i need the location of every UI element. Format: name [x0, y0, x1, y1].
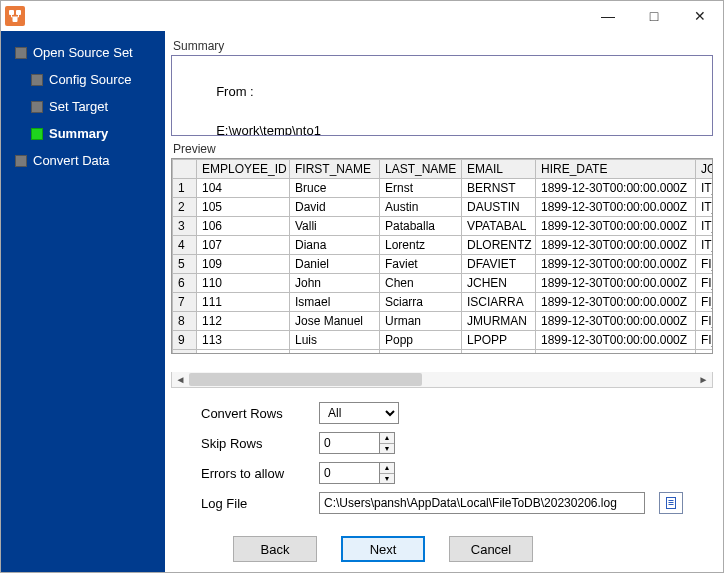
col-hire-date[interactable]: HIRE_DATE: [536, 160, 696, 179]
rownum-cell: 5: [173, 255, 197, 274]
cell-employee-id: 113: [197, 331, 290, 350]
sidebar-item-open-source-set[interactable]: Open Source Set: [1, 39, 165, 66]
table-row[interactable]: 7111IsmaelSciarraISCIARRA1899-12-30T00:0…: [173, 293, 714, 312]
table-row[interactable]: 9113LuisPoppLPOPP1899-12-30T00:00:00.000…: [173, 331, 714, 350]
cell-email: ISCIARRA: [462, 293, 536, 312]
sidebar-item-label: Open Source Set: [33, 45, 133, 60]
cell-first-name: Valli: [290, 217, 380, 236]
sidebar-item-set-target[interactable]: Set Target: [1, 93, 165, 120]
cell-first-name: Bruce: [290, 179, 380, 198]
cell-last-name: Pataballa: [380, 217, 462, 236]
cell-hire-date: 1899-12-30T00:00:00.000Z: [536, 331, 696, 350]
errors-allow-input[interactable]: [319, 462, 379, 484]
summary-box: From : E:\work\temp\nto1 To : DB: Table:…: [171, 55, 713, 136]
horizontal-scrollbar[interactable]: ◄ ►: [171, 372, 713, 388]
scroll-thumb[interactable]: [189, 373, 422, 386]
cell-first-name: John: [290, 274, 380, 293]
spin-up-icon[interactable]: ▲: [380, 433, 394, 444]
rownum-header: [173, 160, 197, 179]
skip-rows-stepper[interactable]: ▲▼: [319, 432, 395, 454]
col-last-name[interactable]: LAST_NAME: [380, 160, 462, 179]
rownum-cell: 4: [173, 236, 197, 255]
app-window: — □ ✕ Open Source Set Config Source Set …: [0, 0, 724, 573]
cell-last-name: Ernst: [380, 179, 462, 198]
cell-first-name: Daniel: [290, 255, 380, 274]
table-row[interactable]: 10115AlexanderKhooAKHOO1899-12-30T00:00:…: [173, 350, 714, 354]
cell-email: BERNST: [462, 179, 536, 198]
cell-employee-id: 111: [197, 293, 290, 312]
col-job[interactable]: JO: [696, 160, 714, 179]
table-row[interactable]: 6110JohnChenJCHEN1899-12-30T00:00:00.000…: [173, 274, 714, 293]
logfile-input[interactable]: [319, 492, 645, 514]
table-row[interactable]: 4107DianaLorentzDLORENTZ1899-12-30T00:00…: [173, 236, 714, 255]
sidebar-item-config-source[interactable]: Config Source: [1, 66, 165, 93]
cell-email: DAUSTIN: [462, 198, 536, 217]
next-button[interactable]: Next: [341, 536, 425, 562]
wizard-sidebar: Open Source Set Config Source Set Target…: [1, 31, 165, 572]
logfile-label: Log File: [201, 496, 309, 511]
table-row[interactable]: 2105DavidAustinDAUSTIN1899-12-30T00:00:0…: [173, 198, 714, 217]
cell-hire-date: 1899-12-30T00:00:00.000Z: [536, 274, 696, 293]
scroll-track[interactable]: [189, 372, 695, 387]
spin-down-icon[interactable]: ▼: [380, 444, 394, 454]
cell-employee-id: 107: [197, 236, 290, 255]
skip-rows-input[interactable]: [319, 432, 379, 454]
svg-rect-1: [16, 10, 21, 15]
rownum-cell: 3: [173, 217, 197, 236]
sidebar-item-summary[interactable]: Summary: [1, 120, 165, 147]
browse-logfile-button[interactable]: [659, 492, 683, 514]
cancel-button[interactable]: Cancel: [449, 536, 533, 562]
table-row[interactable]: 5109DanielFavietDFAVIET1899-12-30T00:00:…: [173, 255, 714, 274]
cell-job: IT_: [696, 198, 714, 217]
wizard-button-bar: Back Next Cancel: [171, 522, 713, 562]
errors-allow-stepper[interactable]: ▲▼: [319, 462, 395, 484]
cell-email: VPATABAL: [462, 217, 536, 236]
app-icon: [5, 6, 25, 26]
maximize-button[interactable]: □: [631, 1, 677, 31]
cell-employee-id: 109: [197, 255, 290, 274]
spin-down-icon[interactable]: ▼: [380, 474, 394, 484]
rownum-cell: 10: [173, 350, 197, 354]
cell-first-name: David: [290, 198, 380, 217]
minimize-button[interactable]: —: [585, 1, 631, 31]
step-box-icon: [31, 128, 43, 140]
scroll-right-icon[interactable]: ►: [695, 372, 712, 387]
main-panel: Summary From : E:\work\temp\nto1 To : DB…: [165, 31, 723, 572]
table-row[interactable]: 3106ValliPataballaVPATABAL1899-12-30T00:…: [173, 217, 714, 236]
cell-job: FI_: [696, 331, 714, 350]
skip-rows-label: Skip Rows: [201, 436, 309, 451]
svg-rect-0: [9, 10, 14, 15]
col-email[interactable]: EMAIL: [462, 160, 536, 179]
cell-job: IT_: [696, 217, 714, 236]
sidebar-item-label: Set Target: [49, 99, 108, 114]
preview-grid[interactable]: EMPLOYEE_ID FIRST_NAME LAST_NAME EMAIL H…: [171, 158, 713, 354]
close-button[interactable]: ✕: [677, 1, 723, 31]
table-row[interactable]: 1104BruceErnstBERNST1899-12-30T00:00:00.…: [173, 179, 714, 198]
spin-up-icon[interactable]: ▲: [380, 463, 394, 474]
step-box-icon: [15, 155, 27, 167]
cell-hire-date: 1899-12-30T00:00:00.000Z: [536, 312, 696, 331]
back-button[interactable]: Back: [233, 536, 317, 562]
table-row[interactable]: 8112Jose ManuelUrmanJMURMAN1899-12-30T00…: [173, 312, 714, 331]
col-first-name[interactable]: FIRST_NAME: [290, 160, 380, 179]
cell-last-name: Lorentz: [380, 236, 462, 255]
titlebar: — □ ✕: [1, 1, 723, 31]
col-employee-id[interactable]: EMPLOYEE_ID: [197, 160, 290, 179]
cell-last-name: Popp: [380, 331, 462, 350]
convert-rows-select[interactable]: All: [319, 402, 399, 424]
sidebar-item-label: Convert Data: [33, 153, 110, 168]
cell-hire-date: 1899-12-30T00:00:00.000Z: [536, 236, 696, 255]
cell-hire-date: 1899-12-30T00:00:00.000Z: [536, 255, 696, 274]
sidebar-item-convert-data[interactable]: Convert Data: [1, 147, 165, 174]
sidebar-item-label: Summary: [49, 126, 108, 141]
cell-job: FI_: [696, 293, 714, 312]
scroll-left-icon[interactable]: ◄: [172, 372, 189, 387]
cell-job: FI_: [696, 312, 714, 331]
cell-job: IT_: [696, 236, 714, 255]
cell-email: DFAVIET: [462, 255, 536, 274]
cell-hire-date: 1899-12-30T00:00:00.000Z: [536, 179, 696, 198]
rownum-cell: 2: [173, 198, 197, 217]
cell-first-name: Jose Manuel: [290, 312, 380, 331]
from-value: E:\work\temp\nto1: [216, 123, 321, 137]
rownum-cell: 8: [173, 312, 197, 331]
